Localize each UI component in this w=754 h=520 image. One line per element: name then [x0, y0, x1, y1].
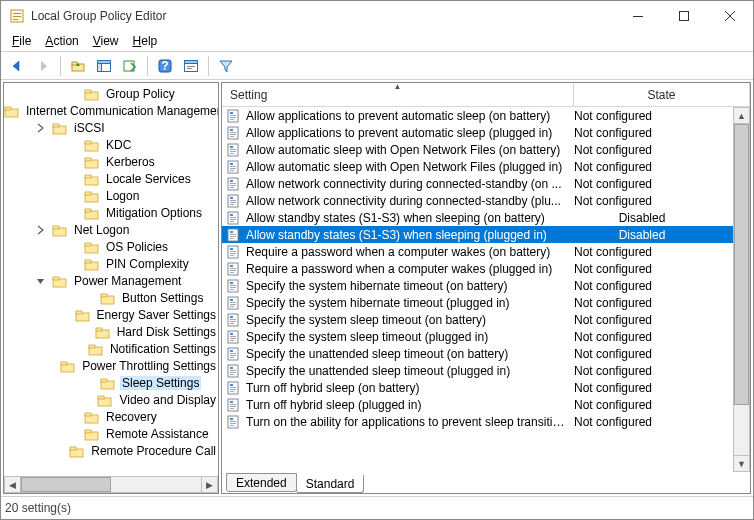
tab-standard[interactable]: Standard [296, 475, 365, 493]
menu-help[interactable]: Help [126, 32, 165, 50]
scroll-up-button[interactable]: ▲ [733, 107, 750, 124]
policy-row[interactable]: Specify the system hibernate timeout (on… [222, 277, 733, 294]
policy-row[interactable]: Allow automatic sleep with Open Network … [222, 158, 733, 175]
policy-name: Specify the system hibernate timeout (pl… [246, 296, 509, 310]
scroll-left-button[interactable]: ◀ [4, 476, 21, 493]
svg-rect-115 [230, 287, 236, 288]
menu-file[interactable]: File [5, 32, 38, 50]
policy-row[interactable]: Turn off hybrid sleep (on battery)Not co… [222, 379, 733, 396]
menu-view[interactable]: View [86, 32, 126, 50]
svg-rect-138 [230, 367, 233, 369]
policy-row[interactable]: Allow automatic sleep with Open Network … [222, 141, 733, 158]
tree-item[interactable]: iSCSI [4, 119, 218, 136]
tree-item[interactable]: Kerberos [4, 153, 218, 170]
policy-row[interactable]: Require a password when a computer wakes… [222, 260, 733, 277]
tree-view[interactable]: Group PolicyInternet Communication Manag… [4, 83, 218, 476]
tree-item-label: Button Settings [120, 291, 205, 305]
policy-row[interactable]: Require a password when a computer wakes… [222, 243, 733, 260]
window-title: Local Group Policy Editor [31, 9, 615, 23]
policy-state: Disabled [551, 211, 733, 225]
maximize-button[interactable] [661, 1, 707, 31]
policy-icon [226, 313, 242, 327]
tree-item[interactable]: Recovery [4, 408, 218, 425]
svg-rect-118 [230, 299, 233, 301]
close-button[interactable] [707, 1, 753, 31]
toolbar-separator [147, 56, 148, 76]
expand-icon[interactable] [36, 123, 52, 133]
tree-item[interactable]: Button Settings [4, 289, 218, 306]
policy-row[interactable]: Allow applications to prevent automatic … [222, 107, 733, 124]
policy-row[interactable]: Specify the unattended sleep timeout (on… [222, 345, 733, 362]
tree-item[interactable]: Group Policy [4, 85, 218, 102]
policy-icon [226, 262, 242, 276]
tree-item[interactable]: Hard Disk Settings [4, 323, 218, 340]
tree-item[interactable]: Remote Procedure Call [4, 442, 218, 459]
folder-icon [84, 257, 100, 271]
tree-item[interactable]: Remote Assistance [4, 425, 218, 442]
tree-item[interactable]: Logon [4, 187, 218, 204]
svg-rect-85 [230, 185, 236, 186]
filter-button[interactable] [214, 55, 238, 77]
export-list-button[interactable] [118, 55, 142, 77]
list-vertical-scrollbar[interactable]: ▲ ▼ [733, 107, 750, 472]
tree-item[interactable]: Net Logon [4, 221, 218, 238]
column-header-setting[interactable]: Setting ▲ [222, 83, 574, 106]
menu-action[interactable]: Action [38, 32, 85, 50]
minimize-button[interactable] [615, 1, 661, 31]
policy-state: Not configured [568, 296, 733, 310]
show-hide-tree-button[interactable] [92, 55, 116, 77]
forward-button[interactable] [31, 55, 55, 77]
policy-row[interactable]: Allow network connectivity during connec… [222, 192, 733, 209]
tree-item[interactable]: KDC [4, 136, 218, 153]
policy-row[interactable]: Allow standby states (S1-S3) when sleepi… [222, 209, 733, 226]
scroll-down-button[interactable]: ▼ [733, 455, 750, 472]
svg-rect-15 [185, 60, 198, 63]
tree-item-label: Energy Saver Settings [95, 308, 218, 322]
tree-item[interactable]: Notification Settings [4, 340, 218, 357]
tree-horizontal-scrollbar[interactable]: ◀ ▶ [4, 476, 218, 493]
scroll-thumb[interactable] [21, 477, 111, 492]
policy-row[interactable]: Turn off hybrid sleep (plugged in)Not co… [222, 396, 733, 413]
expand-icon[interactable] [36, 225, 52, 235]
policy-list[interactable]: Allow applications to prevent automatic … [222, 107, 733, 472]
tree-item[interactable]: Internet Communication Management [4, 102, 218, 119]
tree-item[interactable]: OS Policies [4, 238, 218, 255]
collapse-icon[interactable] [36, 276, 52, 286]
tree-item[interactable]: Sleep Settings [4, 374, 218, 391]
policy-row[interactable]: Allow applications to prevent automatic … [222, 124, 733, 141]
policy-row[interactable]: Turn on the ability for applications to … [222, 413, 733, 430]
folder-icon [52, 274, 68, 288]
tab-extended[interactable]: Extended [226, 473, 297, 492]
tree-item[interactable]: Power Management [4, 272, 218, 289]
policy-row[interactable]: Specify the system sleep timeout (on bat… [222, 311, 733, 328]
policy-icon [226, 245, 242, 259]
tree-item[interactable]: PIN Complexity [4, 255, 218, 272]
policy-row[interactable]: Specify the system hibernate timeout (pl… [222, 294, 733, 311]
svg-rect-83 [230, 180, 233, 182]
properties-button[interactable] [179, 55, 203, 77]
toolbar-separator [208, 56, 209, 76]
up-folder-button[interactable] [66, 55, 90, 77]
policy-name: Allow network connectivity during connec… [246, 177, 562, 191]
tree-item[interactable]: Mitigation Options [4, 204, 218, 221]
svg-rect-63 [230, 112, 233, 114]
policy-row[interactable]: Specify the system sleep timeout (plugge… [222, 328, 733, 345]
policy-state: Not configured [568, 109, 733, 123]
scroll-track[interactable] [21, 476, 201, 493]
tree-item[interactable]: Energy Saver Settings [4, 306, 218, 323]
scroll-right-button[interactable]: ▶ [201, 476, 218, 493]
policy-icon [226, 194, 242, 208]
tree-item[interactable]: Video and Display [4, 391, 218, 408]
help-button[interactable]: ? [153, 55, 177, 77]
tree-item[interactable]: Locale Services [4, 170, 218, 187]
policy-row[interactable]: Allow standby states (S1-S3) when sleepi… [222, 226, 733, 243]
policy-row[interactable]: Specify the unattended sleep timeout (pl… [222, 362, 733, 379]
policy-icon [226, 126, 242, 140]
scroll-track[interactable] [733, 124, 750, 455]
back-button[interactable] [5, 55, 29, 77]
scroll-thumb[interactable] [734, 124, 749, 405]
svg-text:?: ? [161, 59, 168, 73]
column-header-state[interactable]: State [574, 83, 750, 106]
policy-row[interactable]: Allow network connectivity during connec… [222, 175, 733, 192]
tree-item[interactable]: Power Throttling Settings [4, 357, 218, 374]
